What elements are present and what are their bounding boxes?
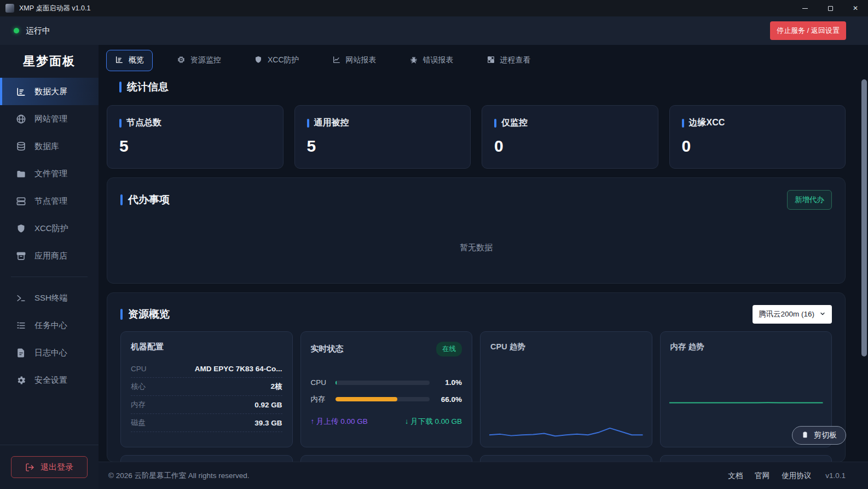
- memory-trend-title: 内存 趋势: [670, 342, 822, 352]
- stat-label: 仅监控: [501, 117, 528, 129]
- todo-panel: 代办事项 新增代办 暂无数据: [107, 177, 846, 284]
- dashboard-icon: [16, 87, 26, 97]
- globe-icon: [16, 114, 26, 124]
- stat-card-general-controlled: 通用被控 5: [294, 105, 471, 169]
- sidebar-item-label: SSH终端: [34, 293, 68, 303]
- brand-title: 星梦面板: [0, 45, 99, 78]
- accent-bar: [120, 194, 123, 205]
- scrollbar-thumb[interactable]: [861, 79, 867, 356]
- sidebar-item-xcc[interactable]: XCC防护: [0, 215, 99, 242]
- resource-overview-panel: 资源概览 腾讯云200m (16) 机器配置 CPU AM: [107, 292, 846, 462]
- sidebar-item-label: XCC防护: [34, 223, 68, 234]
- logout-label: 退出登录: [40, 462, 73, 473]
- todo-panel-title: 代办事项: [120, 193, 170, 207]
- machine-row-memory: 内存 0.92 GB: [131, 396, 282, 414]
- sidebar-item-logs[interactable]: 日志中心: [0, 339, 99, 366]
- down-arrow-icon: ↓: [405, 417, 409, 425]
- accent-bar: [494, 119, 496, 128]
- sidebar-item-nodes[interactable]: 节点管理: [0, 187, 99, 215]
- tab-resource-monitor[interactable]: 资源监控: [168, 50, 230, 71]
- add-todo-button[interactable]: 新增代办: [787, 190, 832, 210]
- stat-card-monitor-only: 仅监控 0: [482, 105, 658, 169]
- server-icon: [16, 196, 26, 206]
- machine-row-cpu: CPU AMD EPYC 7K83 64-Co...: [131, 360, 282, 378]
- close-icon: ✕: [853, 5, 858, 11]
- sidebar-item-label: 网站管理: [34, 114, 67, 124]
- stat-value: 5: [119, 137, 271, 156]
- stop-service-button[interactable]: 停止服务 / 返回设置: [770, 21, 846, 40]
- footer-link-agreement[interactable]: 使用协议: [782, 471, 811, 481]
- tab-xcc[interactable]: XCC防护: [245, 50, 308, 71]
- tab-label: 网站报表: [346, 55, 377, 65]
- mem-progress-fill: [335, 397, 398, 401]
- sidebar-item-data-screen[interactable]: 数据大屏: [0, 78, 99, 105]
- clipboard-icon: [801, 430, 809, 441]
- sidebar-item-security[interactable]: 安全设置: [0, 366, 99, 394]
- close-button[interactable]: ✕: [843, 0, 868, 16]
- accent-bar: [119, 119, 121, 128]
- bug-icon: [409, 55, 418, 66]
- cpu-progress-track: [335, 381, 430, 385]
- sidebar-item-appstore[interactable]: 应用商店: [0, 242, 99, 269]
- tab-label: XCC防护: [268, 55, 299, 65]
- sidebar-item-website[interactable]: 网站管理: [0, 105, 99, 133]
- maximize-button[interactable]: [818, 0, 843, 16]
- mem-percent: 66.0%: [436, 395, 462, 404]
- tab-label: 资源监控: [190, 55, 221, 65]
- chart-icon: [115, 55, 124, 66]
- store-icon: [16, 251, 26, 261]
- tab-overview[interactable]: 概览: [106, 50, 153, 71]
- log-icon: [16, 348, 26, 358]
- clipboard-button[interactable]: 剪切板: [792, 426, 846, 445]
- sidebar-item-label: 节点管理: [34, 196, 67, 206]
- copyright-text: © 2026 云阶星幕工作室 All rights reserved.: [108, 471, 250, 481]
- tasks-icon: [16, 320, 26, 331]
- todo-empty-text: 暂无数据: [107, 243, 845, 253]
- cpu-trend-card: CPU 趋势: [480, 331, 652, 447]
- sidebar-item-ssh[interactable]: SSH终端: [0, 284, 99, 312]
- machine-row-cores: 核心 2核: [131, 378, 282, 396]
- machine-config-title: 机器配置: [131, 342, 282, 352]
- sidebar-item-tasks[interactable]: 任务中心: [0, 312, 99, 339]
- accent-bar: [120, 309, 123, 320]
- sidebar: 星梦面板 数据大屏 网站管理 数据库 文件管理: [0, 45, 99, 489]
- machine-config-card: 机器配置 CPU AMD EPYC 7K83 64-Co... 核心 2核: [120, 331, 293, 447]
- resource-card-row: 机器配置 CPU AMD EPYC 7K83 64-Co... 核心 2核: [120, 331, 832, 447]
- cpu-progress-fill: [335, 381, 337, 385]
- app-window: XMP 桌面启动器 v1.0.1 ✕ 运行中 停止服务 / 返回设置 星梦面板 …: [0, 0, 868, 489]
- footer-link-website[interactable]: 官网: [755, 471, 769, 481]
- logout-button[interactable]: 退出登录: [11, 456, 88, 478]
- tab-bar: 概览 资源监控 XCC防护 网站报表 错误报表 进程查看: [99, 45, 868, 71]
- line-chart-icon: [332, 55, 341, 66]
- chip-icon: [177, 55, 186, 66]
- tab-process-view[interactable]: 进程查看: [478, 50, 540, 71]
- window-title: XMP 桌面启动器 v1.0.1: [19, 4, 90, 13]
- terminal-icon: [16, 293, 26, 303]
- sidebar-item-label: 任务中心: [34, 320, 67, 331]
- sidebar-item-label: 日志中心: [34, 348, 67, 358]
- node-select[interactable]: 腾讯云200m (16): [753, 305, 832, 324]
- sidebar-item-label: 应用商店: [34, 251, 67, 261]
- node-select-value: 腾讯云200m (16): [759, 309, 814, 319]
- memory-usage-row: 内存 66.0%: [311, 394, 462, 404]
- shield-icon: [254, 55, 263, 66]
- tab-error-report[interactable]: 错误报表: [401, 50, 462, 71]
- sidebar-item-database[interactable]: 数据库: [0, 133, 99, 160]
- accent-bar: [307, 119, 309, 128]
- sidebar-item-files[interactable]: 文件管理: [0, 160, 99, 187]
- stat-value: 5: [307, 137, 459, 156]
- stat-value: 0: [682, 137, 834, 156]
- stat-label: 通用被控: [314, 117, 349, 129]
- tab-label: 错误报表: [423, 55, 454, 65]
- minimize-button[interactable]: [792, 0, 818, 16]
- tab-site-report[interactable]: 网站报表: [323, 50, 385, 71]
- maximize-icon: [828, 6, 833, 11]
- footer-link-docs[interactable]: 文档: [728, 471, 743, 481]
- stat-value: 0: [494, 137, 646, 156]
- sidebar-item-label: 安全设置: [34, 375, 67, 386]
- logout-icon: [25, 463, 34, 472]
- online-status-badge: 在线: [436, 342, 462, 356]
- stat-label: 边缘XCC: [689, 117, 725, 129]
- clipboard-label: 剪切板: [814, 430, 837, 440]
- stat-card-row: 节点总数 5 通用被控 5 仅监控 0 边缘XCC 0: [107, 105, 846, 169]
